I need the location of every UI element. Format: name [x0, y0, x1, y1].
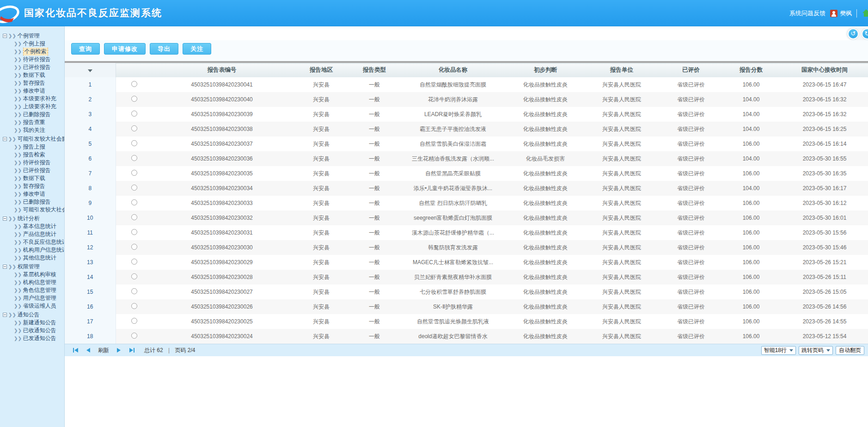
table-row[interactable]: 745032510398420230035兴安县一般自然堂黑晶亮采眼贴膜化妆品接… — [65, 166, 868, 181]
sidebar-group-3[interactable]: ❯❯权限管理 — [2, 263, 64, 271]
sidebar-item-0-5[interactable]: ❯❯暂存报告 — [2, 79, 64, 87]
table-row[interactable]: 545032510398420230037兴安县一般自然堂雪肌美白保湿洁面霜化妆… — [65, 136, 868, 151]
cell-1: 兴安县 — [291, 107, 351, 122]
sidebar-group-1[interactable]: ❯❯可能引发较大社会影响的 — [2, 135, 64, 143]
row-radio[interactable] — [131, 96, 137, 102]
sidebar-item-1-5[interactable]: ❯❯暂存报告 — [2, 182, 64, 190]
sidebar-item-2-1[interactable]: ❯❯产品信息统计 — [2, 230, 64, 238]
sidebar-item-1-1[interactable]: ❯❯报告检索 — [2, 151, 64, 159]
sidebar-item-0-4[interactable]: ❯❯数据下载 — [2, 71, 64, 79]
table-row[interactable]: 945032510398420230033兴安县一般自然堂 烈日防水防汗防晒乳化… — [65, 196, 868, 210]
sidebar-item-2-3[interactable]: ❯❯机构用户信息统计 — [2, 246, 64, 254]
system-feedback-link[interactable]: 系统问题反馈 — [789, 9, 825, 18]
row-radio[interactable] — [131, 170, 137, 176]
sidebar-item-3-3[interactable]: ❯❯用户信息管理 — [2, 294, 64, 302]
row-radio[interactable] — [131, 125, 137, 131]
row-radio[interactable] — [131, 185, 137, 191]
table-row[interactable]: 1345032510398420230029兴安县一般MAGEC凡士林富勒烯紧致… — [65, 255, 868, 270]
row-radio[interactable] — [131, 273, 137, 279]
sidebar-item-3-0[interactable]: ❯❯基层机构审核 — [2, 271, 64, 278]
row-radio[interactable] — [131, 288, 137, 294]
table-row[interactable]: 1145032510398420230031兴安县一般溪木源山茶花舒缓修护精华霜… — [65, 225, 868, 240]
row-radio[interactable] — [131, 318, 137, 324]
tree-node-icon: ❯❯ — [14, 112, 22, 117]
sidebar-group-2[interactable]: ❯❯统计分析 — [2, 215, 64, 223]
table-row[interactable]: 1245032510398420230030兴安县一般韩鹜防脱育发洗发露化妆品接… — [65, 240, 868, 255]
select-all-dropdown[interactable] — [65, 62, 116, 77]
sidebar-item-0-10[interactable]: ❯❯报告查重 — [2, 118, 64, 126]
collapse-icon[interactable] — [3, 217, 7, 221]
sidebar-item-1-4[interactable]: ❯❯数据下载 — [2, 174, 64, 182]
sidebar-item-3-2[interactable]: ❯❯角色信息管理 — [2, 286, 64, 294]
sidebar-item-3-1[interactable]: ❯❯机构信息管理 — [2, 278, 64, 286]
username[interactable]: 樊枫 — [840, 9, 852, 18]
row-radio[interactable] — [131, 214, 137, 220]
follow-button[interactable]: 关注 — [183, 43, 211, 55]
row-radio[interactable] — [131, 199, 137, 205]
next-page-button[interactable] — [114, 346, 124, 354]
sidebar-item-0-8[interactable]: ❯❯上级要求补充 — [2, 103, 64, 111]
last-page-button[interactable] — [127, 346, 137, 354]
sidebar-item-0-11[interactable]: ❯❯我的关注 — [2, 126, 64, 134]
apply-modify-button[interactable]: 申请修改 — [104, 43, 146, 55]
query-button[interactable]: 查询 — [71, 43, 100, 55]
first-page-button[interactable] — [70, 346, 80, 354]
table-row[interactable]: 1545032510398420230027兴安县一般七分妆积雪草舒养静肌面膜化… — [65, 285, 868, 299]
sidebar-item-4-0[interactable]: ❯❯新建通知公告 — [2, 319, 64, 327]
home-icon[interactable] — [862, 9, 868, 18]
row-radio[interactable] — [131, 111, 137, 117]
sidebar-item-1-8[interactable]: ❯❯可能引发较大社会影响的 — [2, 206, 64, 214]
sidebar-item-4-2[interactable]: ❯❯已发通知公告 — [2, 334, 64, 342]
table-row[interactable]: 845032510398420230034兴安县一般添乐•儿童牛奶花香滋莹养肤沐… — [65, 181, 868, 196]
table-row[interactable]: 345032510398420230039兴安县一般LEADR凝时焕采养颜乳化妆… — [65, 107, 868, 122]
sidebar-item-2-2[interactable]: ❯❯不良反应信息统计 — [2, 238, 64, 246]
sidebar-group-0[interactable]: ❯❯个例管理 — [2, 32, 64, 40]
collapse-icon[interactable] — [3, 265, 7, 269]
sidebar-item-4-1[interactable]: ❯❯已收通知公告 — [2, 327, 64, 334]
sidebar-item-1-3[interactable]: ❯❯已评价报告 — [2, 167, 64, 174]
sidebar-item-1-0[interactable]: ❯❯报告上报 — [2, 143, 64, 151]
collapse-icon[interactable] — [3, 34, 7, 38]
sidebar-item-1-2[interactable]: ❯❯待评价报告 — [2, 159, 64, 167]
row-radio[interactable] — [131, 81, 137, 87]
table-row[interactable]: 1045032510398420230032兴安县一般seegreen富勒烯蛋白… — [65, 210, 868, 225]
row-radio[interactable] — [131, 244, 137, 250]
sidebar-item-0-7[interactable]: ❯❯本级要求补充 — [2, 95, 64, 103]
table-row[interactable]: 1645032510398420230026兴安县一般SK-Ⅱ护肤精华露化妆品接… — [65, 299, 868, 314]
refresh-button[interactable]: 刷新 — [98, 347, 109, 354]
sidebar-item-1-7[interactable]: ❯❯已删除报告 — [2, 198, 64, 206]
sidebar-item-0-3[interactable]: ❯❯已评价报告 — [2, 63, 64, 71]
sidebar-item-3-4[interactable]: ❯❯省级运维人员 — [2, 302, 64, 310]
corner-extra-button[interactable]: ↻ — [862, 28, 868, 39]
row-radio[interactable] — [131, 333, 137, 339]
row-radio[interactable] — [131, 259, 137, 265]
sidebar-item-0-6[interactable]: ❯❯修改申请 — [2, 87, 64, 95]
row-radio[interactable] — [131, 140, 137, 146]
sidebar-item-1-6[interactable]: ❯❯修改申请 — [2, 190, 64, 198]
table-row[interactable]: 145032510398420230041兴安县一般自然堂烟酰胺细致提亮面膜化妆… — [65, 77, 868, 92]
collapse-icon[interactable] — [3, 313, 7, 317]
sidebar-item-0-1[interactable]: ❯❯个例检索 — [2, 48, 64, 56]
table-row[interactable]: 1745032510398420230025兴安县一般自然堂雪肌追光焕颜生肌乳液… — [65, 314, 868, 329]
row-radio[interactable] — [131, 229, 137, 235]
table-row[interactable]: 445032510398420230038兴安县一般霸王无患子平衡控油洗发液化妆… — [65, 122, 868, 136]
export-button[interactable]: 导出 — [150, 43, 178, 55]
rows-per-page-select[interactable]: 智能18行 — [761, 346, 796, 355]
sidebar-group-4[interactable]: ❯❯通知公告 — [2, 311, 64, 319]
sidebar-item-0-2[interactable]: ❯❯待评价报告 — [2, 56, 64, 63]
table-row[interactable]: 1845032510398420230024兴安县一般deold递欧超女巴黎留情… — [65, 329, 868, 344]
collapse-icon[interactable] — [3, 137, 7, 141]
jump-page-select[interactable]: 跳转页码 — [799, 346, 833, 355]
sidebar-item-0-9[interactable]: ❯❯已删除报告 — [2, 111, 64, 118]
prev-page-button[interactable] — [83, 346, 93, 354]
table-row[interactable]: 645032510398420230036兴安县一般三生花精油香氛洗发露（水润顺… — [65, 151, 868, 166]
auto-page-button[interactable]: 自动翻页 — [836, 346, 864, 355]
history-refresh-button[interactable]: ↺ — [848, 28, 859, 39]
table-row[interactable]: 1445032510398420230028兴安县一般贝兰妃虾青素熬夜精华补水面… — [65, 270, 868, 285]
sidebar-item-2-4[interactable]: ❯❯其他信息统计 — [2, 254, 64, 262]
sidebar-item-2-0[interactable]: ❯❯基本信息统计 — [2, 223, 64, 230]
row-radio[interactable] — [131, 303, 137, 309]
sidebar-item-0-0[interactable]: ❯❯个例上报 — [2, 40, 64, 48]
table-row[interactable]: 245032510398420230040兴安县一般花沛牛奶润养沐浴露化妆品接触… — [65, 92, 868, 107]
row-radio[interactable] — [131, 155, 137, 161]
